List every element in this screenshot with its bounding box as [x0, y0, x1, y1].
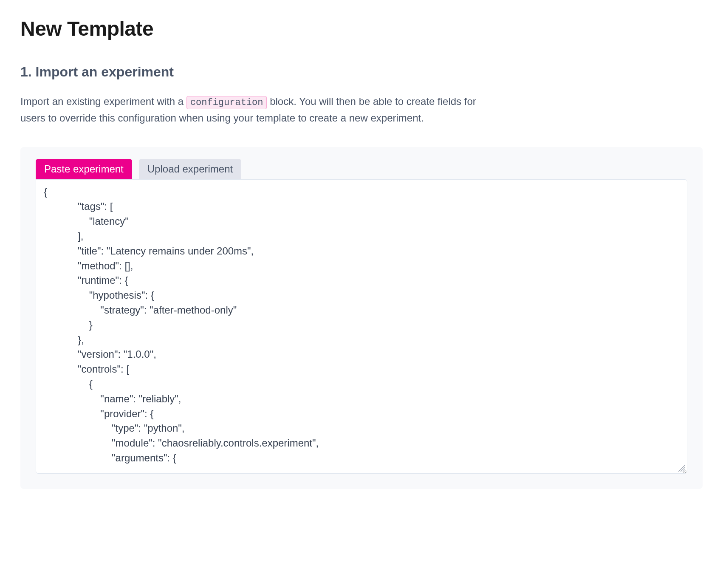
description-text-before: Import an existing experiment with a [20, 96, 186, 107]
resize-handle-icon[interactable] [678, 465, 685, 472]
configuration-code-pill: configuration [186, 96, 267, 109]
page-title: New Template [20, 17, 703, 40]
import-panel: Paste experiment Upload experiment { "ta… [20, 147, 703, 489]
section-description: Import an existing experiment with a con… [20, 93, 488, 127]
tab-upload-experiment[interactable]: Upload experiment [139, 159, 241, 179]
experiment-code-editor[interactable]: { "tags": [ "latency" ], "title": "Laten… [36, 179, 687, 474]
section-title: 1. Import an experiment [20, 64, 703, 80]
tabs-container: Paste experiment Upload experiment [36, 159, 687, 179]
tab-paste-experiment[interactable]: Paste experiment [36, 159, 132, 179]
